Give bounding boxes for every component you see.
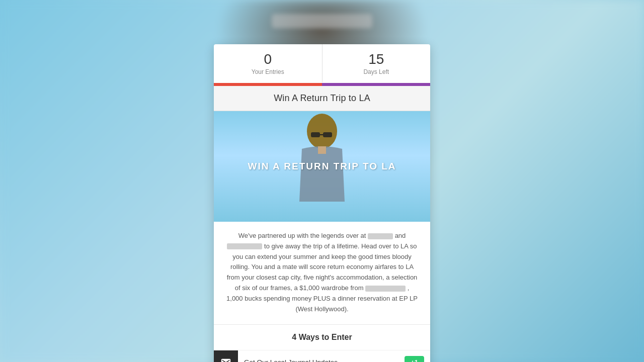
stats-header: 0 Your Entries 15 Days Left <box>214 44 430 84</box>
svg-point-0 <box>307 114 337 149</box>
days-stat: 15 Days Left <box>323 44 431 83</box>
contest-title-bar: Win A Return Trip to LA <box>214 86 430 111</box>
entry-list: Get Our Local Journal Updates +1 Connect… <box>214 350 430 362</box>
contest-card: 0 Your Entries 15 Days Left Win A Return… <box>214 44 430 362</box>
brand-redacted-2 <box>227 243 262 249</box>
progress-bar <box>214 84 430 86</box>
progress-left <box>214 84 322 86</box>
entries-stat: 0 Your Entries <box>214 44 323 83</box>
entry-badge-email[interactable]: +1 <box>405 356 424 362</box>
days-value: 15 <box>328 52 426 66</box>
contest-title: Win A Return Trip to LA <box>224 93 420 104</box>
brand-redacted-1 <box>368 233 393 239</box>
contest-description: We've partnered up with the legends over… <box>214 222 430 325</box>
progress-right <box>322 84 430 86</box>
ways-to-enter-title: 4 Ways to Enter <box>214 325 430 350</box>
brand-redacted-3 <box>365 286 406 292</box>
entries-value: 0 <box>219 52 317 66</box>
entries-label: Your Entries <box>219 68 317 75</box>
hero-text-overlay: WIN A RETURN TRIP TO LA <box>248 161 396 172</box>
hero-image: WIN A RETURN TRIP TO LA <box>214 111 430 222</box>
entry-item-email[interactable]: Get Our Local Journal Updates +1 <box>214 350 430 362</box>
svg-rect-2 <box>323 132 332 137</box>
email-icon <box>220 357 231 362</box>
email-icon-bg <box>214 350 238 362</box>
entry-label-email: Get Our Local Journal Updates <box>238 358 405 362</box>
svg-rect-1 <box>311 132 320 137</box>
days-label: Days Left <box>328 68 426 75</box>
svg-rect-4 <box>318 146 326 154</box>
